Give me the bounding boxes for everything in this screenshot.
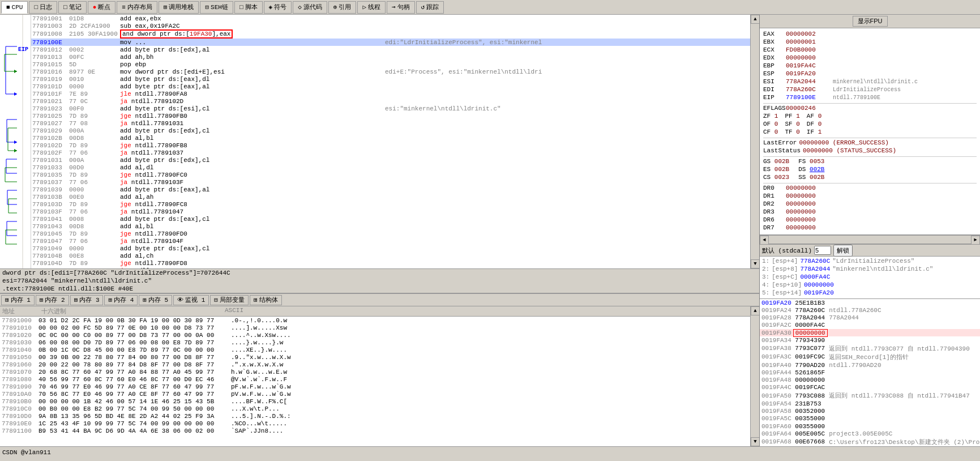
disasm-row[interactable]: 77891031 000A add byte ptr ds:[edx],cl [31, 156, 750, 164]
memory-row[interactable]: 77891100 B9 53 41 44 BA 9C D6 9D 4A 4A 6… [0, 427, 750, 434]
mem-tab-struct[interactable]: ⊞ 结构体 [250, 295, 282, 305]
mem-right-row[interactable]: 0019FA30 00000000 [760, 329, 980, 336]
memory-row[interactable]: 77891050 00 39 0B 00 22 78 80 77 84 00 8… [0, 353, 750, 361]
mem-right-row[interactable]: 0019FA24 778A260C ntdll.778A260C [760, 306, 980, 314]
tab-cpu[interactable]: ■ CPU [1, 1, 28, 14]
disasm-row[interactable]: 7789102B 00D8 add al,bl [31, 134, 750, 142]
disasm-row[interactable]: 77891023 00F0 add byte ptr ds:[esi],cles… [31, 105, 750, 112]
tab-ref[interactable]: ⊕ 引用 [328, 1, 357, 14]
disasm-row[interactable]: 7789103B 00E0 add al,ah [31, 193, 750, 200]
mem-right-row[interactable]: 0019FA4C 0019FCAC [760, 384, 980, 391]
disasm-row[interactable]: 7789100E mov ...edi:"LdrInitializeProces… [31, 39, 750, 46]
reg-ecx[interactable]: ECX FD0B0000 [763, 46, 977, 54]
disasm-row[interactable]: 7789101D 0000 add byte ptr ds:[eax],al [31, 83, 750, 90]
reg-eax[interactable]: EAX 00000002 [763, 31, 977, 39]
mem-right-row[interactable]: 0019FA58 00352000 [760, 408, 980, 415]
mem-right-row[interactable]: 0019FA60 00355000 [760, 422, 980, 430]
memory-row[interactable]: 77891040 0B 00 1C 0C D8 45 00 00 E8 7D 8… [0, 346, 750, 353]
scroll-up-arrow[interactable]: ▲ [751, 15, 759, 24]
disasm-row[interactable]: 77891013 00FC add ah,bh [31, 53, 750, 61]
disasm-row[interactable]: 77891025 7D 89 jge ntdll.77890FB0 [31, 112, 750, 119]
disasm-row[interactable]: 77891049 0000 add byte ptr ds:[eax],cl [31, 245, 750, 252]
disasm-row[interactable]: 77891043 00D8 add al,bl [31, 223, 750, 230]
memory-row[interactable]: 778910D0 9A 8B 13 35 96 5D BD 4E 8E 2D A… [0, 412, 750, 420]
disasm-row[interactable]: 77891037 77 06 ja ntdll.7789103F [31, 178, 750, 186]
disasm-scrollbar[interactable]: ▲ ▼ [750, 15, 759, 268]
tab-breakpoint[interactable]: ● 断点 [88, 1, 116, 14]
reg-ebx[interactable]: EBX 00000001 [763, 39, 977, 46]
mem-tab-3[interactable]: ⊞ 内存 3 [70, 295, 104, 305]
disasm-row[interactable]: 77891008 2105 30FA1900 and dword ptr ds:… [31, 29, 750, 39]
disasm-row[interactable]: 77891015 5D pop ebp [31, 61, 750, 68]
memory-row[interactable]: 77891070 20 68 8C 77 60 47 99 77 A0 84 8… [0, 368, 750, 375]
mem-right-row[interactable]: 0019FA48 00000000 [760, 377, 980, 384]
disasm-row[interactable]: 77891033 00D0 add al,dl [31, 164, 750, 171]
memory-row[interactable]: 77891090 70 46 99 77 E0 46 99 77 A0 CE 8… [0, 383, 750, 390]
mem-right-row[interactable]: 0019FA34 77934390 [760, 336, 980, 344]
mem-right-row[interactable]: 0019FA2C 0000FA4C [760, 322, 980, 329]
disasm-row[interactable]: 7789102D 7D 89 jge ntdll.77890FB8 [31, 142, 750, 149]
mem-right-row[interactable]: 0019FA64 005E005C project3.005E005C [760, 430, 980, 437]
disasm-row[interactable]: 7789102F 77 06 ja ntdll.77891037 [31, 149, 750, 156]
mem-right-row[interactable]: 0019FA54 231B753 [760, 400, 980, 407]
disasm-row[interactable]: 77891019 0010 add byte ptr ds:[eax],dl [31, 75, 750, 83]
memory-row[interactable]: 778910C0 00 B0 00 00 E8 B2 99 77 5C 74 0… [0, 405, 750, 412]
mem-tab-locals[interactable]: ⊟ 局部变量 [210, 295, 249, 305]
memory-row[interactable]: 77891080 40 56 99 77 60 8C 77 60 E0 46 8… [0, 375, 750, 383]
memory-row[interactable]: 77891030 06 00 08 00 D0 7D 89 77 06 00 0… [0, 339, 750, 346]
disasm-row[interactable]: 7789103D 7D 89 jge ntdll.77890FC8 [31, 200, 750, 208]
mem-right-row[interactable]: 0019FA50 7793C088 返回到 ntdll.7793C088 自 n… [760, 391, 980, 400]
mem-right-row[interactable]: 0019FA68 00E67668 C:\Users\fro123\Deskto… [760, 438, 980, 446]
disasm-row[interactable]: 77891035 7D 89 jge ntdll.77890FC0 [31, 171, 750, 178]
mem-tab-1[interactable]: ⊞ 内存 1 [1, 295, 35, 305]
memory-row[interactable]: 77891000 03 01 D2 2C FA 19 00 0B 30 FA 1… [0, 317, 750, 324]
disasm-row[interactable]: 77891039 0000 add byte ptr ds:[eax],al [31, 186, 750, 193]
tab-log[interactable]: □ 日志 [29, 1, 57, 14]
mem-right-row[interactable]: 0019FA40 7790AD20 ntdll.7790AD20 [760, 361, 980, 369]
tab-trace[interactable]: ↺ 跟踪 [416, 1, 444, 14]
memory-row[interactable]: 778910A0 70 56 8C 77 E0 46 99 77 A0 CE 8… [0, 390, 750, 398]
reg-edi[interactable]: EDI 778A260C LdrInitializeProcess [763, 86, 977, 94]
mem-right-row[interactable]: 0019FA44 5261865F [760, 369, 980, 376]
memory-row[interactable]: 77891060 20 00 22 00 78 80 89 77 84 D8 8… [0, 361, 750, 368]
memory-row[interactable]: 77891020 0C 0C 00 00 C0 00 89 77 00 D8 7… [0, 331, 750, 339]
disasm-row[interactable]: 7789101F 7E 89 jle ntdll.77890FA8 [31, 90, 750, 97]
disasm-row[interactable]: 77891001 01D8 add eax,ebx [31, 15, 750, 22]
disasm-row[interactable]: 77891016 8977 0E mov dword ptr ds:[edi+E… [31, 68, 750, 75]
reg-esi[interactable]: ESI 778A2044 minkernel\ntdll\ldrinit.c [763, 78, 977, 86]
mem-right-row[interactable]: 0019FA20 25E1B1B3 [760, 299, 980, 306]
reg-eip[interactable]: EIP 7789100E ntdll.7789100E [763, 94, 977, 102]
disasm-row[interactable]: 77891041 0008 add byte ptr ds:[eax],cl [31, 215, 750, 223]
tab-note[interactable]: □ 笔记 [58, 1, 87, 14]
callstack-num-input[interactable] [814, 246, 831, 255]
tab-handle[interactable]: ⊸ 句柄 [387, 1, 415, 14]
mem-right-row[interactable]: 0019FA3C 0019FC9C 返回SEH_Record[1]的指针 [760, 353, 980, 361]
reg-esp[interactable]: ESP 0019FA20 [763, 70, 977, 78]
disasm-row[interactable]: 77891045 7D 89 jge ntdll.77890FD0 [31, 230, 750, 237]
disasm-row[interactable]: 77891027 77 08 ja ntdll.77891031 [31, 119, 750, 127]
disasm-row[interactable]: 7789104B 00E8 add al,ch [31, 252, 750, 259]
memory-row[interactable]: 778910E0 1C 25 43 4F 10 99 99 77 5C 74 0… [0, 420, 750, 427]
reg-ebp[interactable]: EBP 0019FA4C [763, 62, 977, 70]
mem-scrollbar[interactable]: ▲ ▼ [750, 306, 759, 446]
disasm-row[interactable]: 7789103F 77 06 ja ntdll.77891047 [31, 208, 750, 215]
mem-tab-4[interactable]: ⊞ 内存 4 [104, 295, 138, 305]
mem-tab-5[interactable]: ⊞ 内存 5 [139, 295, 172, 305]
scroll-down-arrow[interactable]: ▼ [751, 259, 759, 268]
disasm-row[interactable]: 77891003 2D 2CFA1900 sub eax,0x19FA2C [31, 22, 750, 29]
disasm-row[interactable]: 77891029 000A add byte ptr ds:[edx],cl [31, 127, 750, 134]
reg-eflags[interactable]: EFLAGS 00000246 [763, 105, 977, 113]
disasm-row[interactable]: 77891021 77 0C ja ntdll.7789102D [31, 97, 750, 105]
disasm-row[interactable]: 77891012 0002 add byte ptr ds:[edx],al [31, 46, 750, 53]
tab-thread[interactable]: ▷ 线程 [357, 1, 386, 14]
mem-right-row[interactable]: 0019FA38 7793C077 返回到 ntdll.7793C077 自 n… [760, 344, 980, 353]
reg-edx[interactable]: EDX 00000000 [763, 54, 977, 62]
tab-script[interactable]: □ 脚本 [234, 1, 263, 14]
disasm-row[interactable]: 7789104D 7D 89 jge ntdll.77890FD8 [31, 259, 750, 267]
tab-source[interactable]: ◇ 源代码 [293, 1, 327, 14]
callstack-unlock-button[interactable]: 解锁 [833, 245, 853, 257]
mem-right-row[interactable]: 0019FA5C 00355000 [760, 415, 980, 422]
tab-symbol[interactable]: ◈ 符号 [264, 1, 292, 14]
mem-right-row[interactable]: 0019FA28 778A2044 778A2044 [760, 314, 980, 322]
tab-seh[interactable]: ⊟ SEH链 [200, 1, 233, 14]
